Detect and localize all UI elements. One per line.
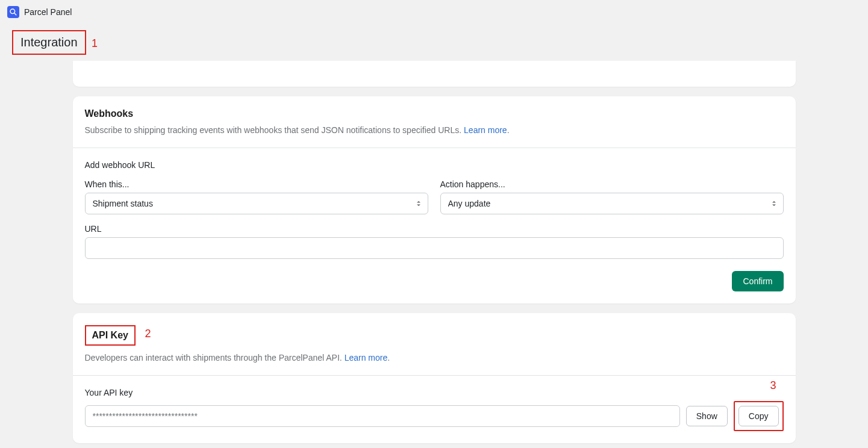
apikey-desc-text: Developers can interact with shipments t… <box>85 353 345 362</box>
annotation-3: 3 <box>770 379 776 392</box>
when-this-select[interactable] <box>85 193 428 214</box>
apikey-title: API Key <box>85 325 136 346</box>
svg-line-1 <box>14 13 17 16</box>
when-this-col: When this... <box>85 179 428 214</box>
webhooks-desc-text: Subscribe to shipping tracking events wi… <box>85 125 464 135</box>
action-select-wrap <box>440 193 784 214</box>
apikey-row: Show Copy <box>85 401 784 431</box>
copy-button[interactable]: Copy <box>738 406 779 426</box>
apikey-desc: Developers can interact with shipments t… <box>85 352 784 364</box>
webhook-button-row: Confirm <box>85 271 784 291</box>
apikey-card: API Key 2 Developers can interact with s… <box>73 313 796 443</box>
action-select[interactable] <box>440 193 784 214</box>
webhooks-card-body: Add webhook URL When this... Action happ… <box>73 148 796 303</box>
when-this-label: When this... <box>85 179 428 189</box>
apikey-dot: . <box>387 353 390 362</box>
webhooks-title: Webhooks <box>85 108 784 119</box>
confirm-button[interactable]: Confirm <box>732 271 783 291</box>
app-header: Parcel Panel <box>0 0 868 24</box>
webhooks-card-header: Webhooks Subscribe to shipping tracking … <box>73 96 796 148</box>
url-block: URL <box>85 224 784 259</box>
url-input[interactable] <box>85 237 784 259</box>
action-col: Action happens... <box>440 179 784 214</box>
page-header: Integration 1 <box>0 24 868 61</box>
your-apikey-label: Your API key <box>85 388 784 397</box>
action-label: Action happens... <box>440 179 784 189</box>
copy-highlight: Copy <box>734 401 784 431</box>
partial-card <box>73 61 796 87</box>
webhooks-learn-more-link[interactable]: Learn more <box>464 125 507 135</box>
show-button[interactable]: Show <box>686 406 728 426</box>
apikey-card-body: 3 Your API key Show Copy <box>73 375 796 443</box>
webhook-form-row: When this... Action happens... <box>85 179 784 214</box>
app-logo-icon <box>7 6 19 18</box>
webhooks-dot: . <box>507 125 510 135</box>
annotation-2: 2 <box>145 328 151 340</box>
annotation-1: 1 <box>92 37 98 50</box>
svg-point-0 <box>10 9 15 14</box>
webhooks-card: Webhooks Subscribe to shipping tracking … <box>73 96 796 303</box>
apikey-learn-more-link[interactable]: Learn more <box>345 353 388 362</box>
when-this-select-wrap <box>85 193 428 214</box>
page-title: Integration <box>12 30 86 55</box>
add-webhook-heading: Add webhook URL <box>85 160 784 170</box>
app-title: Parcel Panel <box>24 7 72 17</box>
url-label: URL <box>85 224 784 234</box>
apikey-card-header: API Key 2 Developers can interact with s… <box>73 313 796 375</box>
webhooks-desc: Subscribe to shipping tracking events wi… <box>85 124 784 137</box>
content-area: Webhooks Subscribe to shipping tracking … <box>0 61 868 443</box>
apikey-input[interactable] <box>85 405 680 427</box>
